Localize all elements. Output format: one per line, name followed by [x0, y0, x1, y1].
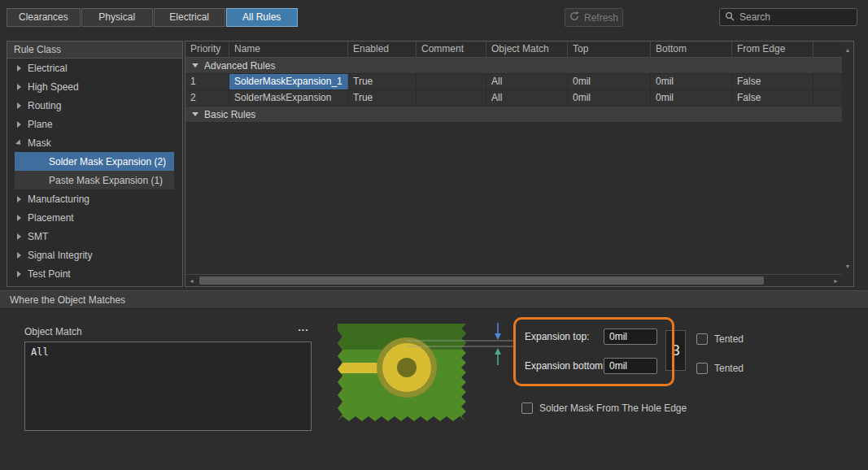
refresh-label: Refresh: [584, 12, 618, 24]
tree-item-mask[interactable]: Mask: [15, 133, 174, 152]
expansion-top-label: Expansion top:: [525, 331, 589, 342]
rules-table: Priority Name Enabled Comment Object Mat…: [185, 41, 854, 287]
tree-item-electrical[interactable]: Electrical: [15, 59, 174, 77]
cell-top[interactable]: 0mil: [568, 74, 651, 89]
scroll-left-icon[interactable]: ◄: [185, 275, 198, 286]
cell-name-selected[interactable]: SolderMaskExpansion_1: [229, 74, 348, 89]
column-header-object-match[interactable]: Object Match: [486, 41, 568, 57]
cell-bottom[interactable]: 0mil: [651, 74, 732, 89]
group-row-basic-rules[interactable]: Basic Rules: [185, 107, 853, 123]
vertical-scrollbar[interactable]: ▲ ▼: [842, 41, 853, 274]
pcb-rules-editor-window: Clearances Physical Electrical All Rules…: [0, 0, 868, 470]
tented-bottom-row: Tented: [696, 363, 744, 374]
column-header-from-edge[interactable]: From Edge: [732, 41, 813, 57]
scrollbar-thumb[interactable]: [199, 276, 764, 285]
table-header-row: Priority Name Enabled Comment Object Mat…: [185, 41, 853, 58]
tree-item-test-point[interactable]: Test Point: [15, 264, 174, 283]
tented-bottom-label: Tented: [714, 363, 744, 374]
tab-physical[interactable]: Physical: [81, 8, 153, 27]
tree-item-high-speed[interactable]: High Speed: [15, 77, 174, 96]
cell-name[interactable]: SolderMaskExpansion: [229, 90, 348, 106]
cell-from-edge[interactable]: False: [732, 74, 813, 89]
hole-edge-label: Solder Mask From The Hole Edge: [539, 403, 687, 414]
hole-edge-row: Solder Mask From The Hole Edge: [521, 403, 687, 414]
where-object-matches-header: Where the Object Matches: [0, 290, 868, 309]
expansion-highlight-frame: Expansion top: Expansion bottom:: [513, 317, 674, 386]
cell-top[interactable]: 0mil: [568, 90, 651, 106]
chevron-right-icon[interactable]: [15, 196, 28, 202]
tree-item-placement[interactable]: Placement: [15, 208, 174, 227]
tented-top-checkbox[interactable]: [696, 333, 708, 345]
group-row-advanced-rules[interactable]: Advanced Rules: [185, 58, 853, 74]
column-header-name[interactable]: Name: [229, 41, 348, 57]
rule-class-tree: Electrical High Speed Routing Plane Mask…: [7, 59, 182, 283]
chevron-expanded-icon[interactable]: [15, 140, 28, 146]
collapse-triangle-icon[interactable]: [192, 112, 198, 116]
cell-priority[interactable]: 2: [185, 90, 229, 106]
pcb-board: [336, 320, 468, 428]
refresh-icon: [569, 11, 579, 24]
tented-top-row: Tented: [696, 333, 744, 345]
object-match-expression-box[interactable]: All: [24, 342, 312, 431]
tab-all-rules[interactable]: All Rules: [226, 8, 298, 27]
hole-edge-checkbox[interactable]: [521, 403, 533, 414]
column-header-priority[interactable]: Priority: [185, 41, 229, 57]
table-row-soldermaskexpansion[interactable]: 2 SolderMaskExpansion True All 0mil 0mil…: [185, 90, 853, 107]
pad-hole: [397, 358, 417, 377]
expansion-top-input[interactable]: [604, 329, 657, 345]
chevron-right-icon[interactable]: [15, 271, 28, 277]
tree-item-routing[interactable]: Routing: [15, 96, 174, 115]
chevron-right-icon[interactable]: [15, 102, 28, 109]
search-icon: [725, 11, 735, 24]
cell-enabled[interactable]: True: [348, 74, 417, 89]
search-input[interactable]: [739, 11, 866, 23]
tab-clearances[interactable]: Clearances: [7, 8, 81, 27]
chevron-right-icon[interactable]: [15, 233, 28, 240]
expansion-bottom-label: Expansion bottom:: [525, 360, 605, 372]
chevron-right-icon[interactable]: [15, 215, 28, 221]
object-match-label: Object Match: [24, 326, 82, 337]
cell-priority[interactable]: 1: [185, 74, 229, 89]
cell-comment[interactable]: [417, 90, 486, 106]
refresh-button[interactable]: Refresh: [565, 8, 623, 27]
cell-bottom[interactable]: 0mil: [651, 90, 732, 106]
tree-item-paste-mask-expansion[interactable]: Paste Mask Expansion (1): [15, 171, 174, 189]
chevron-right-icon[interactable]: [15, 252, 28, 259]
tented-bottom-checkbox[interactable]: [696, 363, 708, 374]
cell-comment[interactable]: [417, 74, 486, 89]
collapse-triangle-icon[interactable]: [192, 63, 198, 67]
table-row-soldermaskexpansion-1[interactable]: 1 SolderMaskExpansion_1 True All 0mil 0m…: [185, 74, 853, 90]
search-box[interactable]: [719, 8, 857, 26]
tented-top-label: Tented: [714, 333, 744, 345]
expansion-up-arrow-icon: [495, 348, 501, 365]
horizontal-scrollbar[interactable]: ◄ ►: [185, 274, 842, 286]
scroll-down-icon[interactable]: ▼: [842, 260, 854, 272]
scroll-right-icon[interactable]: ►: [830, 275, 842, 286]
rule-class-panel: Rule Class Electrical High Speed Routing…: [7, 41, 183, 287]
chevron-right-icon[interactable]: [15, 121, 28, 128]
cell-object-match[interactable]: All: [486, 90, 568, 106]
column-header-enabled[interactable]: Enabled: [348, 41, 417, 57]
expansion-bottom-input[interactable]: [604, 358, 657, 374]
chevron-right-icon[interactable]: [15, 65, 28, 72]
tree-item-signal-integrity[interactable]: Signal Integrity: [15, 246, 174, 264]
rule-view-tabs: Clearances Physical Electrical All Rules: [7, 8, 298, 27]
tree-item-plane[interactable]: Plane: [15, 115, 174, 133]
object-match-menu-button[interactable]: ...: [293, 322, 314, 337]
tree-item-solder-mask-expansion[interactable]: Solder Mask Expansion (2): [15, 152, 174, 171]
scroll-up-icon[interactable]: ▲: [842, 44, 854, 55]
chevron-right-icon[interactable]: [15, 84, 28, 90]
cell-enabled[interactable]: True: [348, 90, 417, 106]
tab-electrical[interactable]: Electrical: [154, 8, 225, 27]
column-header-top[interactable]: Top: [568, 41, 651, 57]
column-header-comment[interactable]: Comment: [417, 41, 486, 57]
pad-preview-graphic: [336, 320, 517, 428]
rule-class-header: Rule Class: [7, 41, 182, 59]
tree-item-smt[interactable]: SMT: [15, 227, 174, 246]
expansion-down-arrow-icon: [495, 323, 501, 340]
column-header-bottom[interactable]: Bottom: [651, 41, 732, 57]
cell-object-match[interactable]: All: [486, 74, 568, 89]
cell-from-edge[interactable]: False: [732, 90, 813, 106]
tree-item-manufacturing[interactable]: Manufacturing: [15, 189, 174, 208]
